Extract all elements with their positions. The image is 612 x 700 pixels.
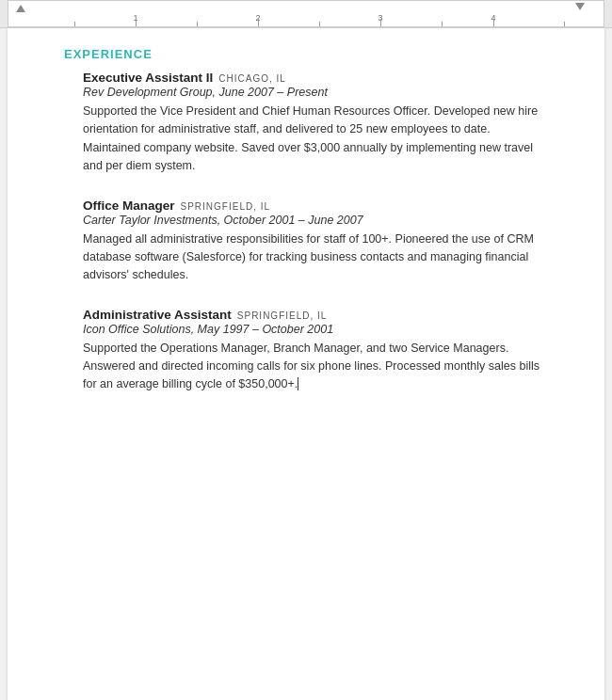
ruler-tick-minor <box>319 22 320 26</box>
job-entry-1: Executive Assistant IICHICAGO, IL Rev De… <box>64 71 548 176</box>
section-title-experience: EXPERIENCE <box>64 47 548 61</box>
job-location-3: SPRINGFIELD, IL <box>237 310 328 321</box>
job-location-2: SPRINGFIELD, IL <box>181 201 271 212</box>
document-wrapper: 1 2 3 4 EXPERIENCE Executive Assistant I… <box>0 0 612 700</box>
left-tab-stop[interactable] <box>16 3 25 12</box>
ruler: 1 2 3 4 <box>0 0 612 28</box>
job-company-2: Carter Taylor Investments, October 2001 … <box>83 214 548 227</box>
ruler-tick <box>380 19 381 26</box>
job-title-line-1: Executive Assistant IICHICAGO, IL <box>83 71 548 85</box>
job-title-line-2: Office ManagerSPRINGFIELD, IL <box>83 199 548 213</box>
job-description-2: Managed all administrative responsibilit… <box>83 231 548 285</box>
text-cursor <box>298 377 298 390</box>
ruler-inner: 1 2 3 4 <box>8 0 604 27</box>
ruler-tick <box>136 19 137 26</box>
job-title-2: Office Manager <box>83 199 175 213</box>
job-title-1: Executive Assistant II <box>83 71 213 85</box>
ruler-tick-minor <box>197 22 198 26</box>
job-company-1: Rev Development Group, June 2007 – Prese… <box>83 86 548 99</box>
ruler-tick-minor <box>442 22 443 26</box>
job-entry-3: Administrative AssistantSPRINGFIELD, IL … <box>64 308 548 394</box>
ruler-tick <box>493 19 494 26</box>
job-description-3: Supported the Operations Manager, Branch… <box>83 340 548 394</box>
job-title-line-3: Administrative AssistantSPRINGFIELD, IL <box>83 308 548 322</box>
job-company-3: Icon Office Solutions, May 1997 – Octobe… <box>83 323 548 336</box>
job-description-1: Supported the Vice President and Chief H… <box>83 103 548 176</box>
job-title-3: Administrative Assistant <box>83 308 232 322</box>
ruler-tick <box>258 19 259 26</box>
job-location-1: CHICAGO, IL <box>218 73 286 84</box>
right-tab-stop[interactable] <box>575 3 585 10</box>
ruler-tick-minor <box>74 22 75 26</box>
job-entry-2: Office ManagerSPRINGFIELD, IL Carter Tay… <box>64 199 548 285</box>
ruler-tick-minor <box>564 22 565 26</box>
page: EXPERIENCE Executive Assistant IICHICAGO… <box>8 28 604 700</box>
